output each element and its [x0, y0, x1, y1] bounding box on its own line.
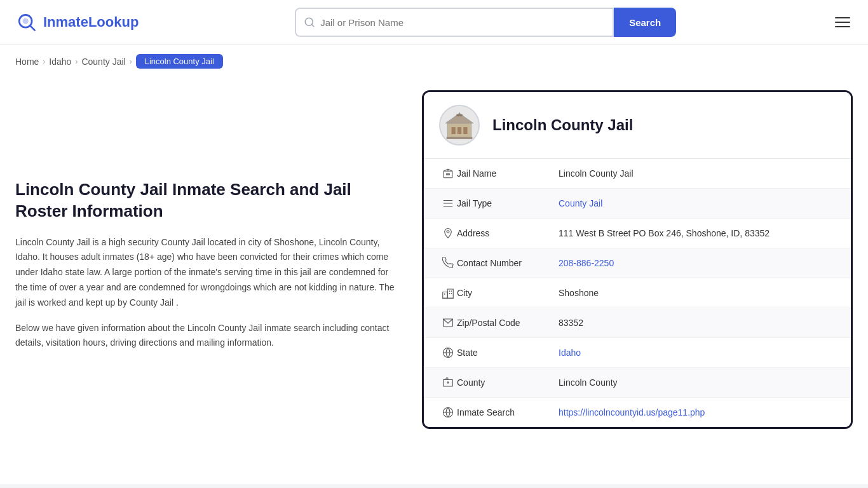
list-icon — [439, 198, 457, 209]
info-card-header: Lincoln County Jail — [424, 92, 851, 159]
hamburger-line-1 — [835, 17, 850, 18]
breadcrumb-home[interactable]: Home — [15, 57, 39, 67]
info-row-value-cell: Lincoln County — [559, 377, 836, 388]
info-row-label: State — [457, 348, 559, 358]
search-input-wrapper — [295, 8, 614, 37]
info-row-value-cell: Shoshone — [559, 288, 836, 298]
info-row: County Lincoln County — [424, 368, 851, 398]
info-row-value-cell: County Jail — [559, 198, 836, 208]
svg-rect-7 — [458, 127, 461, 134]
globe-icon — [439, 347, 457, 358]
info-row-value-cell: https://lincolncountyid.us/page11.php — [559, 407, 836, 417]
info-row-label: Contact Number — [457, 258, 559, 268]
chevron-icon-1: › — [43, 57, 45, 66]
info-row: Contact Number 208-886-2250 — [424, 248, 851, 278]
svg-point-2 — [23, 18, 29, 24]
hamburger-menu[interactable] — [832, 15, 853, 30]
left-panel: Lincoln County Jail Inmate Search and Ja… — [15, 90, 422, 446]
info-row-value: Lincoln County — [559, 377, 618, 388]
info-row-value-cell: Lincoln County Jail — [559, 168, 836, 179]
info-row: State Idaho — [424, 338, 851, 368]
info-rows-container: Jail Name Lincoln County Jail Jail Type … — [424, 159, 851, 427]
hamburger-line-2 — [835, 22, 850, 23]
svg-line-1 — [30, 25, 34, 30]
location-icon — [439, 227, 457, 239]
svg-line-4 — [312, 24, 314, 26]
info-row-value: Lincoln County Jail — [559, 168, 634, 179]
info-row-value: Shoshone — [559, 288, 599, 298]
info-row-value-cell: Idaho — [559, 348, 836, 358]
logo-icon — [15, 11, 38, 34]
svg-rect-16 — [449, 173, 450, 175]
search-input[interactable] — [320, 17, 605, 28]
info-row: Jail Name Lincoln County Jail — [424, 159, 851, 189]
breadcrumb-county-jail[interactable]: County Jail — [81, 57, 125, 67]
info-row: Jail Type County Jail — [424, 189, 851, 219]
info-row-label: Jail Type — [457, 198, 559, 208]
svg-rect-22 — [447, 289, 453, 298]
breadcrumb: Home › Idaho › County Jail › Lincoln Cou… — [0, 45, 868, 78]
info-row-value: 111 West B Street PO Box 246, Shoshone, … — [559, 228, 770, 238]
info-row-value-cell: 83352 — [559, 318, 836, 328]
info-row-label: Inmate Search — [457, 407, 559, 417]
info-row-label: County — [457, 377, 559, 388]
info-row-value-cell: 208-886-2250 — [559, 258, 836, 268]
search-icon — [304, 17, 315, 28]
description-paragraph-1: Lincoln County Jail is a high security C… — [15, 235, 397, 311]
svg-rect-15 — [447, 173, 448, 175]
description-paragraph-2: Below we have given information about th… — [15, 321, 397, 351]
main-content: Lincoln County Jail Inmate Search and Ja… — [0, 78, 868, 459]
page-heading: Lincoln County Jail Inmate Search and Ja… — [15, 179, 397, 222]
chevron-icon-3: › — [130, 57, 132, 66]
info-row-label: Zip/Postal Code — [457, 318, 559, 328]
courthouse-icon — [444, 109, 475, 141]
info-row: City Shoshone — [424, 278, 851, 308]
web-icon — [439, 407, 457, 418]
info-row-link[interactable]: https://lincolncountyid.us/page11.php — [559, 407, 705, 417]
info-row: Inmate Search https://lincolncountyid.us… — [424, 398, 851, 427]
breadcrumb-active: Lincoln County Jail — [136, 54, 223, 69]
breadcrumb-idaho[interactable]: Idaho — [49, 57, 71, 67]
info-row-link[interactable]: 208-886-2250 — [559, 258, 614, 268]
search-area: Search — [295, 8, 676, 37]
city-icon — [439, 287, 457, 299]
info-card-title: Lincoln County Jail — [492, 116, 633, 134]
right-panel: Lincoln County Jail Jail Name Lincoln Co… — [422, 90, 853, 446]
svg-rect-13 — [444, 171, 452, 178]
header: InmateLookup Search — [0, 0, 868, 45]
svg-point-20 — [447, 231, 449, 233]
footer-bar — [0, 484, 868, 488]
info-row: Address 111 West B Street PO Box 246, Sh… — [424, 219, 851, 248]
svg-rect-12 — [447, 137, 473, 139]
info-card: Lincoln County Jail Jail Name Lincoln Co… — [422, 90, 853, 429]
info-row: Zip/Postal Code 83352 — [424, 308, 851, 338]
svg-rect-6 — [452, 127, 456, 134]
svg-rect-21 — [443, 292, 448, 299]
building-icon — [439, 168, 457, 179]
info-row-label: City — [457, 288, 559, 298]
logo-text: InmateLookup — [43, 14, 139, 30]
mail-icon — [439, 317, 457, 329]
jail-avatar — [439, 105, 480, 146]
search-button[interactable]: Search — [614, 8, 676, 37]
info-row-label: Jail Name — [457, 168, 559, 179]
info-row-label: Address — [457, 228, 559, 238]
svg-rect-8 — [463, 127, 467, 134]
svg-rect-10 — [456, 114, 462, 116]
info-row-link[interactable]: County Jail — [559, 198, 602, 208]
info-row-link[interactable]: Idaho — [559, 348, 581, 358]
county-icon — [439, 377, 457, 388]
info-row-value-cell: 111 West B Street PO Box 246, Shoshone, … — [559, 228, 836, 238]
info-row-value: 83352 — [559, 318, 583, 328]
chevron-icon-2: › — [75, 57, 78, 66]
phone-icon — [439, 257, 457, 269]
logo[interactable]: InmateLookup — [15, 11, 139, 34]
hamburger-line-3 — [835, 26, 850, 27]
